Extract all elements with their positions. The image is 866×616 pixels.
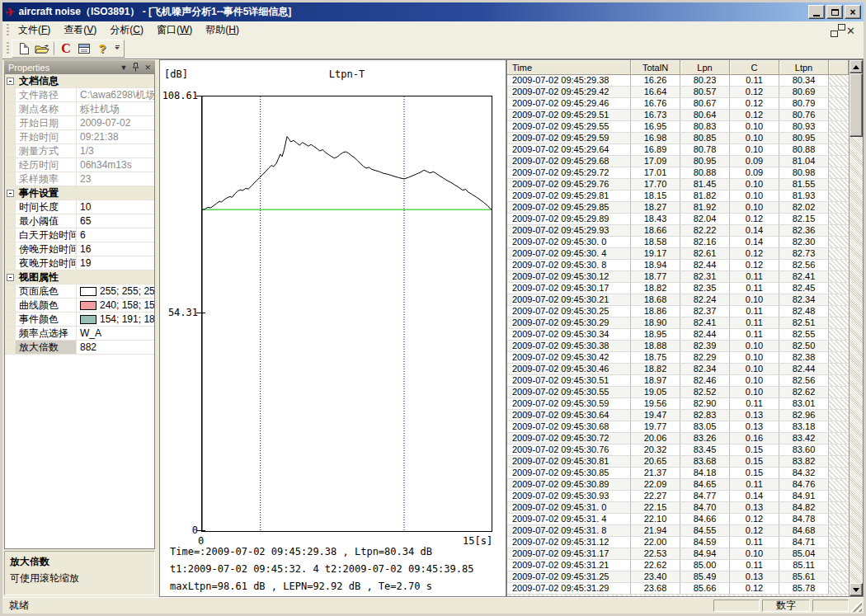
table-row[interactable]: 2009-07-02 09:45:29.4616.7680.670.1280.7…: [507, 98, 849, 110]
table-cell: 18.86: [631, 306, 680, 317]
table-row[interactable]: 2009-07-02 09:45:30.7220.0683.260.1683.4…: [507, 433, 849, 444]
minimize-button[interactable]: [808, 5, 825, 19]
table-row[interactable]: 2009-07-02 09:45:30.9322.2784.770.1484.9…: [507, 491, 849, 502]
table-row[interactable]: 2009-07-02 09:45:30.8521.3784.180.1584.3…: [507, 468, 849, 479]
table-row[interactable]: 2009-07-02 09:45:31.1722.5384.940.1085.0…: [507, 548, 849, 560]
property-value[interactable]: 23: [77, 172, 154, 186]
close-button[interactable]: ×: [845, 5, 861, 19]
column-header-time[interactable]: Time: [507, 60, 631, 75]
resize-grip[interactable]: [850, 600, 862, 612]
table-row[interactable]: 2009-07-02 09:45:31. 022.1584.700.1384.8…: [507, 502, 849, 514]
table-row[interactable]: 2009-07-02 09:45:31.2923.6885.660.1285.7…: [507, 583, 849, 595]
property-value[interactable]: 255; 255; 255: [77, 284, 154, 298]
property-value[interactable]: 栎社机场: [77, 102, 154, 115]
table-row[interactable]: 2009-07-02 09:45:30.3418.9582.440.1182.5…: [507, 329, 849, 341]
table-row[interactable]: 2009-07-02 09:45:29.6416.8980.780.1080.8…: [507, 144, 849, 156]
menu-item-analysis[interactable]: 分析(C): [103, 21, 150, 39]
new-file-button[interactable]: [15, 40, 33, 57]
column-header-ltpn[interactable]: Ltpn: [779, 60, 829, 75]
table-row[interactable]: 2009-07-02 09:45:29.5516.9580.830.1080.9…: [507, 121, 849, 133]
property-value[interactable]: 1/3: [77, 144, 154, 158]
property-value[interactable]: 06h34m13s: [77, 158, 154, 172]
c-weighting-button[interactable]: C: [57, 40, 75, 57]
table-row[interactable]: 2009-07-02 09:45:30.2518.8682.370.1182.4…: [507, 306, 849, 317]
property-label: 测量方式: [16, 144, 77, 158]
property-value[interactable]: C:\awa6298\机场: [77, 88, 154, 101]
mdi-close-button[interactable]: ✕: [846, 23, 855, 38]
chart-plot-area[interactable]: [201, 96, 492, 532]
collapse-icon[interactable]: [7, 78, 14, 85]
table-row[interactable]: 2009-07-02 09:45:30. 818.9482.440.1282.5…: [507, 260, 849, 271]
menu-item-help[interactable]: 帮助(H): [199, 21, 246, 39]
scrollbar-thumb[interactable]: [850, 73, 863, 137]
panel-close-button[interactable]: ✕: [144, 63, 151, 72]
table-row[interactable]: 2009-07-02 09:45:30.2918.9082.410.1182.5…: [507, 317, 849, 329]
table-row[interactable]: 2009-07-02 09:45:29.4216.6480.570.1280.6…: [507, 87, 849, 98]
table-row[interactable]: 2009-07-02 09:45:31.1222.0084.590.1184.7…: [507, 537, 849, 548]
menubar-grip[interactable]: [7, 24, 9, 36]
table-row[interactable]: 2009-07-02 09:45:31. 422.1084.660.1284.7…: [507, 514, 849, 525]
table-row[interactable]: 2009-07-02 09:45:31.2523.4085.490.1385.6…: [507, 571, 849, 583]
toolbar-overflow-button[interactable]: [113, 45, 121, 52]
menu-item-window[interactable]: 窗口(W): [150, 21, 199, 39]
scroll-down-button[interactable]: [850, 583, 863, 596]
table-row[interactable]: 2009-07-02 09:45:30.3818.8882.390.1082.5…: [507, 341, 849, 352]
panel-menu-button[interactable]: ▼: [120, 63, 128, 72]
scrollbar-track[interactable]: [850, 137, 863, 583]
property-value[interactable]: 6: [77, 228, 154, 242]
table-row[interactable]: 2009-07-02 09:45:30.4218.7582.290.1082.3…: [507, 352, 849, 364]
table-row[interactable]: 2009-07-02 09:45:29.5116.7380.640.1280.7…: [507, 110, 849, 121]
table-row[interactable]: 2009-07-02 09:45:30.8120.6583.680.1583.8…: [507, 456, 849, 468]
table-cell: 18.66: [631, 225, 680, 237]
table-row[interactable]: 2009-07-02 09:45:30.7620.3283.450.1583.6…: [507, 444, 849, 456]
property-value[interactable]: 10: [77, 200, 154, 214]
table-row[interactable]: 2009-07-02 09:45:30. 419.1782.610.1282.7…: [507, 248, 849, 260]
collapse-icon[interactable]: [7, 190, 14, 197]
property-value[interactable]: 2009-07-02: [77, 116, 154, 129]
help-button[interactable]: ?: [93, 40, 111, 57]
table-row[interactable]: 2009-07-02 09:45:29.6817.0980.950.0981.0…: [507, 156, 849, 167]
property-value[interactable]: 882: [77, 341, 154, 354]
table-row[interactable]: 2009-07-02 09:45:30.5519.0582.520.1082.6…: [507, 387, 849, 398]
table-row[interactable]: 2009-07-02 09:45:29.7617.7081.450.1081.5…: [507, 179, 849, 190]
table-row[interactable]: 2009-07-02 09:45:30.5118.9782.460.1082.5…: [507, 375, 849, 387]
property-value[interactable]: 154; 191; 183: [77, 313, 154, 326]
column-header-totaln[interactable]: TotalN: [631, 60, 680, 75]
table-row[interactable]: 2009-07-02 09:45:29.8918.4382.040.1282.1…: [507, 214, 849, 225]
property-value[interactable]: 19: [77, 256, 154, 270]
table-row[interactable]: 2009-07-02 09:45:30.6819.7783.050.1383.1…: [507, 421, 849, 433]
column-header-c[interactable]: C: [730, 60, 779, 75]
table-row[interactable]: 2009-07-02 09:45:29.8118.1581.820.1081.9…: [507, 190, 849, 202]
properties-button[interactable]: [75, 40, 93, 57]
open-file-button[interactable]: [33, 40, 51, 57]
menu-item-view[interactable]: 查看(V): [57, 21, 103, 39]
table-row[interactable]: 2009-07-02 09:45:30.4618.8282.340.1082.4…: [507, 364, 849, 375]
table-row[interactable]: 2009-07-02 09:45:31. 821.9484.550.1284.6…: [507, 525, 849, 537]
property-value[interactable]: 65: [77, 214, 154, 228]
panel-pin-button[interactable]: [132, 63, 139, 72]
property-value[interactable]: 240; 158; 158: [77, 299, 154, 312]
table-row[interactable]: 2009-07-02 09:45:30. 018.5882.160.1482.3…: [507, 237, 849, 248]
table-row[interactable]: 2009-07-02 09:45:30.5919.5682.900.1183.0…: [507, 398, 849, 410]
table-row[interactable]: 2009-07-02 09:45:29.5916.9880.850.1080.9…: [507, 133, 849, 144]
table-cell: 0.11: [730, 560, 779, 571]
table-row[interactable]: 2009-07-02 09:45:29.9318.6682.220.1482.3…: [507, 225, 849, 237]
property-value[interactable]: 16: [77, 242, 154, 256]
table-row[interactable]: 2009-07-02 09:45:31.2122.6285.000.1185.1…: [507, 560, 849, 571]
table-row[interactable]: 2009-07-02 09:45:29.3816.2680.230.1180.3…: [507, 75, 849, 87]
scroll-up-button[interactable]: [850, 60, 863, 73]
table-row[interactable]: 2009-07-02 09:45:29.8518.2781.920.1082.0…: [507, 202, 849, 214]
table-row[interactable]: 2009-07-02 09:45:30.1218.7782.310.1182.4…: [507, 271, 849, 283]
toolbar-grip[interactable]: [7, 42, 9, 56]
table-row[interactable]: 2009-07-02 09:45:30.8922.0984.650.1184.7…: [507, 479, 849, 491]
property-value[interactable]: W_A: [77, 327, 154, 340]
table-row[interactable]: 2009-07-02 09:45:29.7217.0180.880.0980.9…: [507, 167, 849, 179]
table-row[interactable]: 2009-07-02 09:45:30.2118.6882.240.1082.3…: [507, 294, 849, 306]
column-header-lpn[interactable]: Lpn: [680, 60, 730, 75]
property-value[interactable]: 09:21:38: [77, 130, 154, 143]
maximize-button[interactable]: [826, 5, 843, 19]
table-row[interactable]: 2009-07-02 09:45:30.6419.4782.830.1382.9…: [507, 410, 849, 421]
menu-item-file[interactable]: 文件(F): [12, 21, 57, 39]
collapse-icon[interactable]: [7, 274, 14, 281]
table-row[interactable]: 2009-07-02 09:45:30.1718.8282.350.1182.4…: [507, 283, 849, 294]
